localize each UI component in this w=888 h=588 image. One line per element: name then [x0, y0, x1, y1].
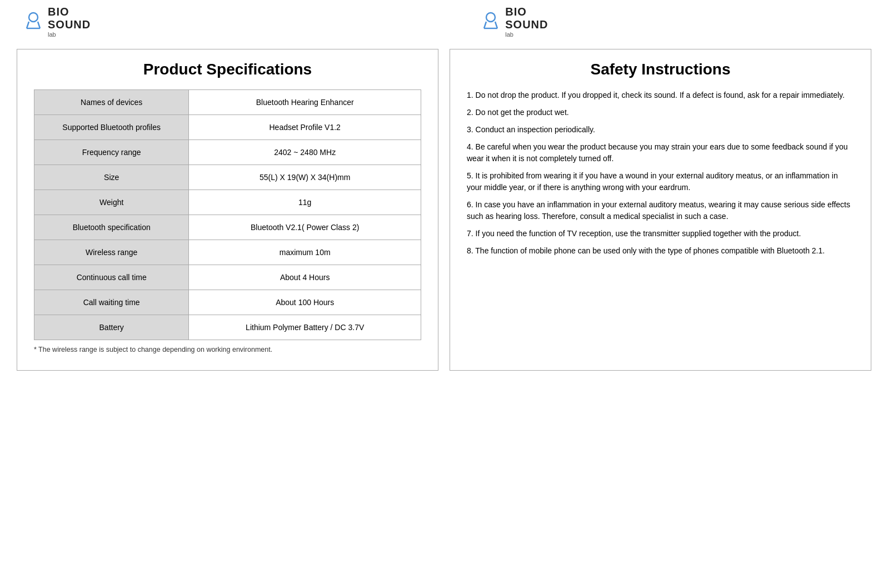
spec-label: Names of devices: [34, 90, 189, 115]
spec-value: maximum 10m: [189, 240, 421, 265]
safety-item: 4. Be careful when you wear the product …: [467, 141, 854, 165]
spec-value: 2402 ~ 2480 MHz: [189, 140, 421, 165]
spec-value: Bluetooth Hearing Enhancer: [189, 90, 421, 115]
svg-line-1: [27, 22, 29, 28]
safety-item: 5. It is prohibited from wearing it if y…: [467, 170, 854, 193]
safety-list: 1. Do not drop the product. If you dropp…: [467, 89, 854, 257]
svg-line-2: [38, 22, 40, 28]
spec-value: Bluetooth V2.1( Power Class 2): [189, 215, 421, 240]
logo-text-left: BIOSOUND lab: [48, 6, 91, 38]
table-row: Size55(L) X 19(W) X 34(H)mm: [34, 165, 421, 190]
svg-point-0: [29, 13, 38, 22]
svg-line-5: [484, 22, 486, 28]
product-specs-panel: Product Specifications Names of devicesB…: [17, 49, 438, 371]
spec-value: 55(L) X 19(W) X 34(H)mm: [189, 165, 421, 190]
table-row: Bluetooth specificationBluetooth V2.1( P…: [34, 215, 421, 240]
spec-label: Frequency range: [34, 140, 189, 165]
safety-item: 3. Conduct an inspection periodically.: [467, 124, 854, 136]
safety-item: 8. The function of mobile phone can be u…: [467, 245, 854, 257]
logo-right: BIOSOUND lab: [480, 6, 548, 38]
safety-item: 7. If you need the function of TV recept…: [467, 228, 854, 240]
table-row: Weight11g: [34, 190, 421, 215]
table-row: BatteryLithium Polymer Battery / DC 3.7V: [34, 315, 421, 340]
logo-left: BIOSOUND lab: [22, 6, 91, 38]
svg-point-4: [486, 13, 495, 22]
footnote: * The wireless range is subject to chang…: [34, 346, 421, 353]
safety-panel: Safety Instructions 1. Do not drop the p…: [450, 49, 871, 371]
safety-title: Safety Instructions: [467, 61, 854, 78]
spec-value: Lithium Polymer Battery / DC 3.7V: [189, 315, 421, 340]
logo-text-right: BIOSOUND lab: [505, 6, 548, 38]
main-content: Product Specifications Names of devicesB…: [0, 43, 888, 376]
spec-table: Names of devicesBluetooth Hearing Enhanc…: [34, 89, 421, 340]
safety-item: 6. In case you have an inflammation in y…: [467, 199, 854, 222]
logo-icon-right: [480, 11, 502, 33]
table-row: Wireless rangemaximum 10m: [34, 240, 421, 265]
table-row: Continuous call timeAbout 4 Hours: [34, 265, 421, 290]
safety-item: 1. Do not drop the product. If you dropp…: [467, 89, 854, 101]
safety-item: 2. Do not get the product wet.: [467, 107, 854, 118]
spec-label: Bluetooth specification: [34, 215, 189, 240]
spec-value: 11g: [189, 190, 421, 215]
svg-line-6: [495, 22, 497, 28]
spec-value: Headset Profile V1.2: [189, 115, 421, 140]
table-row: Supported Bluetooth profilesHeadset Prof…: [34, 115, 421, 140]
spec-label: Supported Bluetooth profiles: [34, 115, 189, 140]
spec-label: Size: [34, 165, 189, 190]
spec-label: Continuous call time: [34, 265, 189, 290]
logo-icon-left: [22, 11, 44, 33]
top-bar: BIOSOUND lab BIOSOUND lab: [0, 0, 888, 43]
table-row: Names of devicesBluetooth Hearing Enhanc…: [34, 90, 421, 115]
product-specs-title: Product Specifications: [34, 61, 421, 78]
table-row: Call waiting timeAbout 100 Hours: [34, 290, 421, 315]
spec-label: Battery: [34, 315, 189, 340]
spec-value: About 4 Hours: [189, 265, 421, 290]
table-row: Frequency range2402 ~ 2480 MHz: [34, 140, 421, 165]
spec-label: Wireless range: [34, 240, 189, 265]
spec-label: Weight: [34, 190, 189, 215]
spec-label: Call waiting time: [34, 290, 189, 315]
spec-value: About 100 Hours: [189, 290, 421, 315]
